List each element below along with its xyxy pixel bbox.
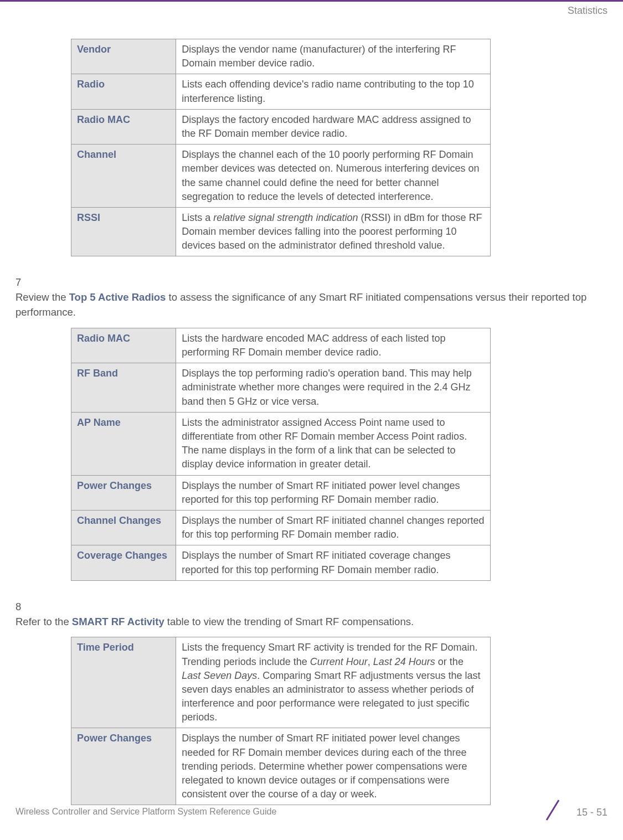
table-row: Radio MAC Lists the hardware encoded MAC… [71,328,491,363]
term-cell: Radio [71,74,176,109]
desc-cell: Displays the top performing radio's oper… [176,363,491,413]
text: or the [435,656,464,667]
table-row: Coverage Changes Displays the number of … [71,545,491,580]
table-top-radios: Radio MAC Lists the hardware encoded MAC… [71,328,491,581]
table-row: Channel Displays the channel each of the… [71,145,491,208]
italic-text: relative signal strength indication [213,212,358,223]
svg-line-0 [547,800,559,820]
term-cell: Channel [71,145,176,208]
term-cell: Power Changes [71,475,176,510]
term-cell: AP Name [71,412,176,475]
desc-cell: Displays the number of Smart RF initiate… [176,475,491,510]
table-row: Time Period Lists the frequency Smart RF… [71,637,491,728]
term-cell: RF Band [71,363,176,413]
step-7: 7 Review the Top 5 Active Radios to asse… [16,275,607,319]
step-number: 7 [16,275,31,290]
text: table to view the trending of Smart RF c… [164,616,414,627]
desc-cell: Lists each offending device's radio name… [176,74,491,109]
table-row: AP Name Lists the administrator assigned… [71,412,491,475]
desc-cell: Displays the number of Smart RF initiate… [176,545,491,580]
desc-cell: Lists the frequency Smart RF activity is… [176,637,491,728]
desc-cell: Displays the vendor name (manufacturer) … [176,39,491,74]
text: Refer to the [16,616,72,627]
table-row: Channel Changes Displays the number of S… [71,510,491,545]
table-row: Power Changes Displays the number of Sma… [71,728,491,805]
term-cell: Time Period [71,637,176,728]
term-cell: Power Changes [71,728,176,805]
desc-cell: Lists a relative signal strength indicat… [176,207,491,256]
italic-text: Last 24 Hours [373,656,435,667]
bold-term: SMART RF Activity [72,616,164,627]
text: Lists a [182,212,213,223]
term-cell: Radio MAC [71,109,176,144]
term-cell: Radio MAC [71,328,176,363]
table-row: Radio MAC Displays the factory encoded h… [71,109,491,144]
italic-text: Last Seven Days [182,670,257,681]
page-header: Statistics [0,0,623,17]
step-body: Review the Top 5 Active Radios to assess… [16,290,591,320]
table-interferers: Vendor Displays the vendor name (manufac… [71,39,491,256]
italic-text: Current Hour [310,656,368,667]
term-cell: RSSI [71,207,176,256]
desc-cell: Displays the channel each of the 10 poor… [176,145,491,208]
step-number: 8 [16,600,31,615]
bold-term: Top 5 Active Radios [69,291,166,303]
desc-cell: Lists the administrator assigned Access … [176,412,491,475]
page-footer: Wireless Controller and Service Platform… [16,801,607,823]
text: , [368,656,373,667]
term-cell: Channel Changes [71,510,176,545]
footer-title: Wireless Controller and Service Platform… [16,807,276,817]
section-title: Statistics [568,5,607,16]
desc-cell: Displays the factory encoded hardware MA… [176,109,491,144]
desc-cell: Displays the number of Smart RF initiate… [176,510,491,545]
table-row: RF Band Displays the top performing radi… [71,363,491,413]
step-8: 8 Refer to the SMART RF Activity table t… [16,600,607,630]
table-row: RSSI Lists a relative signal strength in… [71,207,491,256]
page-content: Vendor Displays the vendor name (manufac… [0,17,623,805]
table-row: Vendor Displays the vendor name (manufac… [71,39,491,74]
table-smart-rf-activity: Time Period Lists the frequency Smart RF… [71,637,491,805]
desc-cell: Displays the number of Smart RF initiate… [176,728,491,805]
table-row: Radio Lists each offending device's radi… [71,74,491,109]
text: Review the [16,291,69,303]
term-cell: Coverage Changes [71,545,176,580]
desc-cell: Lists the hardware encoded MAC address o… [176,328,491,363]
page-number: 15 - 51 [576,807,607,818]
table-row: Power Changes Displays the number of Sma… [71,475,491,510]
slash-icon [543,798,562,822]
term-cell: Vendor [71,39,176,74]
step-body: Refer to the SMART RF Activity table to … [16,615,591,630]
